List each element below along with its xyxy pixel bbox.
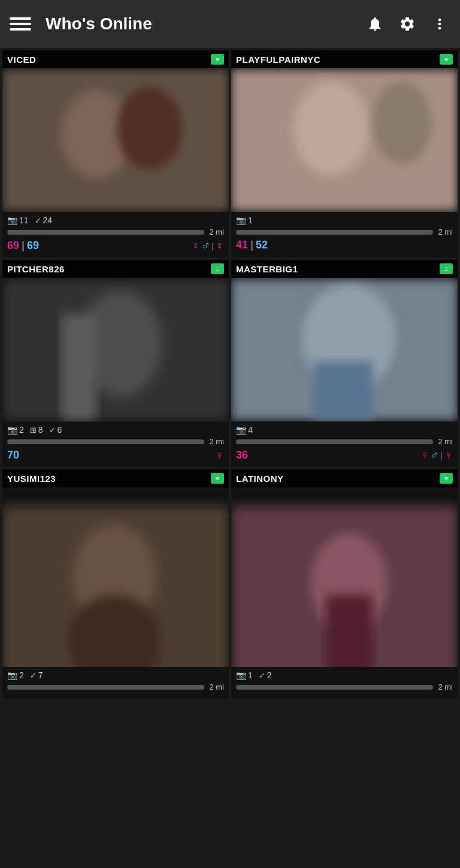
message-icon[interactable] bbox=[211, 263, 224, 274]
profile-image bbox=[2, 68, 229, 212]
age-row: 70 ♀ bbox=[7, 448, 224, 462]
username-label: YUSIMI123 bbox=[7, 474, 56, 484]
male-icon: ♂ bbox=[201, 239, 210, 253]
username-label: PLAYFULPAIRNYC bbox=[236, 54, 320, 65]
svg-rect-7 bbox=[231, 69, 458, 211]
location-bar bbox=[7, 439, 204, 444]
message-icon[interactable] bbox=[440, 54, 453, 65]
card-footer: 📷 2 ⊞ 8 ✓ 6 2 mi 70 bbox=[2, 421, 229, 467]
list-item[interactable]: PITCHER826 📷 2 ⊞ 8 bbox=[2, 260, 229, 467]
camera-icon: 📷 bbox=[236, 425, 246, 435]
location-row: 2 mi bbox=[7, 437, 224, 446]
male-icon: ♂ bbox=[430, 448, 439, 462]
list-item[interactable]: YUSIMI123 📷 2 ✓ 7 bbox=[2, 469, 229, 699]
grid-icon: ⊞ bbox=[30, 426, 37, 435]
photo-stat: 📷 11 bbox=[7, 216, 29, 225]
distance-label: 2 mi bbox=[209, 437, 224, 446]
app-header: Who's Online bbox=[0, 0, 460, 48]
photo-stat: 📷 1 bbox=[236, 216, 253, 225]
camera-icon: 📷 bbox=[7, 425, 17, 435]
check-icon: ✓ bbox=[259, 671, 265, 680]
card-header: YUSIMI123 bbox=[2, 469, 229, 487]
gender-icons: ♀ ♂ | ♀ bbox=[191, 239, 224, 253]
gender-icons: ♀ bbox=[215, 448, 224, 462]
card-header: LATINONY bbox=[231, 469, 458, 487]
card-header: VICED bbox=[2, 50, 229, 68]
distance-label: 2 mi bbox=[209, 682, 224, 691]
distance-label: 2 mi bbox=[438, 227, 453, 236]
message-icon[interactable] bbox=[211, 54, 224, 65]
svg-rect-23 bbox=[231, 506, 458, 667]
username-label: LATINONY bbox=[236, 474, 284, 484]
stats-row: 📷 4 bbox=[236, 425, 453, 435]
photo-stat: 📷 4 bbox=[236, 425, 253, 435]
female-age: 41 bbox=[236, 239, 248, 251]
message-icon[interactable] bbox=[440, 263, 453, 274]
photo-stat: 📷 2 bbox=[7, 425, 24, 435]
female-icon: ♀ bbox=[420, 448, 429, 462]
ages: 36 bbox=[236, 449, 248, 462]
stats-row: 📷 2 ✓ 7 bbox=[7, 670, 224, 680]
gender-icons: ♀ ♂ | ♀ bbox=[420, 448, 453, 462]
message-icon[interactable] bbox=[440, 473, 453, 484]
location-row: 2 mi bbox=[7, 682, 224, 691]
card-footer: 📷 2 ✓ 7 2 mi bbox=[2, 667, 229, 699]
check-icon: ✓ bbox=[30, 671, 37, 680]
age-row: 41 | 52 bbox=[236, 239, 453, 251]
page-title: Who's Online bbox=[46, 14, 364, 34]
list-item[interactable]: PLAYFULPAIRNYC 📷 1 2 mi bbox=[231, 50, 458, 257]
female-icon: ♀ bbox=[215, 448, 224, 462]
stats-row: 📷 1 bbox=[236, 216, 453, 225]
age-row: 36 ♀ ♂ | ♀ bbox=[236, 448, 453, 462]
card-footer: 📷 1 ✓ 2 2 mi bbox=[231, 667, 458, 699]
age-row: 69 | 69 ♀ ♂ | ♀ bbox=[7, 239, 224, 253]
svg-rect-3 bbox=[2, 69, 229, 211]
female-icon-2: ♀ bbox=[444, 448, 453, 462]
list-item[interactable]: VICED 📷 11 ✓ 24 bbox=[2, 50, 229, 257]
location-bar bbox=[236, 685, 433, 690]
menu-button[interactable] bbox=[10, 11, 36, 37]
svg-rect-19 bbox=[2, 506, 229, 667]
photo-stat: 📷 2 bbox=[7, 670, 24, 680]
card-footer: 📷 4 2 mi 36 ♀ ♂ | ♀ bbox=[231, 421, 458, 467]
profile-image bbox=[231, 487, 458, 667]
female-icon-2: ♀ bbox=[215, 239, 224, 253]
message-icon[interactable] bbox=[211, 473, 224, 484]
profile-image bbox=[231, 278, 458, 421]
camera-icon: 📷 bbox=[236, 670, 246, 680]
settings-button[interactable] bbox=[397, 13, 418, 35]
more-options-button[interactable] bbox=[429, 13, 450, 35]
female-age: 69 bbox=[7, 239, 19, 252]
card-header: PITCHER826 bbox=[2, 260, 229, 278]
distance-label: 2 mi bbox=[209, 227, 224, 236]
distance-label: 2 mi bbox=[438, 682, 453, 691]
card-footer: 📷 1 2 mi 41 | 52 bbox=[231, 212, 458, 256]
username-label: PITCHER826 bbox=[7, 264, 65, 274]
stats-row: 📷 1 ✓ 2 bbox=[236, 670, 453, 680]
check-stat: ✓ 24 bbox=[35, 216, 53, 225]
profile-image bbox=[2, 278, 229, 421]
check-icon: ✓ bbox=[35, 216, 41, 225]
check-stat: ✓ 7 bbox=[30, 670, 43, 680]
ages: 41 | 52 bbox=[236, 239, 268, 251]
check-icon: ✓ bbox=[49, 426, 56, 435]
check-stat: ✓ 2 bbox=[259, 670, 272, 680]
photo-stat: 📷 1 bbox=[236, 670, 253, 680]
female-icon: ♀ bbox=[191, 239, 200, 253]
distance-label: 2 mi bbox=[438, 437, 453, 446]
svg-rect-11 bbox=[2, 279, 229, 420]
list-item[interactable]: MASTERBIG1 📷 4 2 mi bbox=[231, 260, 458, 467]
card-header: MASTERBIG1 bbox=[231, 260, 458, 278]
video-stat: ⊞ 8 bbox=[30, 425, 43, 435]
card-header: PLAYFULPAIRNYC bbox=[231, 50, 458, 68]
svg-rect-15 bbox=[231, 279, 458, 420]
location-row: 2 mi bbox=[236, 682, 453, 691]
camera-icon: 📷 bbox=[236, 216, 246, 225]
location-row: 2 mi bbox=[236, 227, 453, 236]
stats-row: 📷 11 ✓ 24 bbox=[7, 216, 224, 225]
ages: 69 | 69 bbox=[7, 239, 39, 252]
notifications-button[interactable] bbox=[364, 13, 386, 35]
female-age: 36 bbox=[236, 449, 248, 462]
list-item[interactable]: LATINONY 📷 1 ✓ 2 bbox=[231, 469, 458, 699]
card-footer: 📷 11 ✓ 24 2 mi 69 | 69 ♀ bbox=[2, 212, 229, 257]
